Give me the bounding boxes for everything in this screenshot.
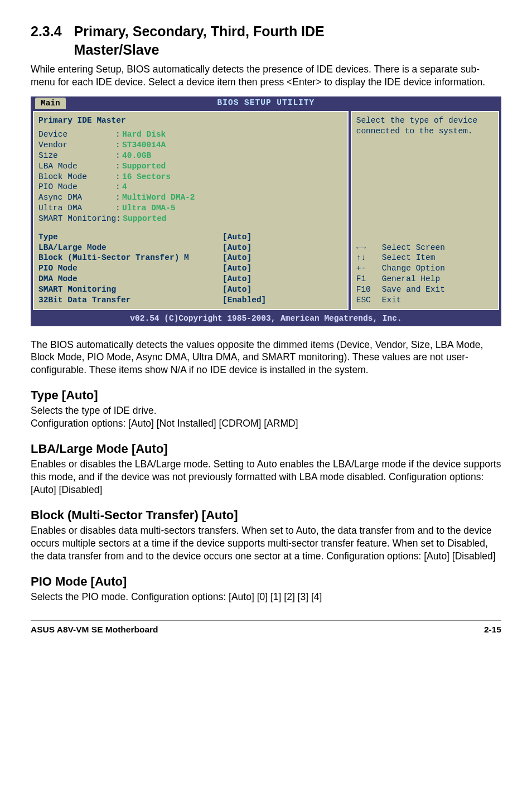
bios-panel-header: Primary IDE Master	[38, 115, 343, 126]
bios-left-panel: Primary IDE Master Device:Hard Disk Vend…	[33, 111, 349, 310]
after-bios-paragraph: The BIOS automatically detects the value…	[31, 339, 501, 376]
type-line2: Configuration options: [Auto] [Not Insta…	[31, 417, 501, 430]
bios-titlebar: Main BIOS SETUP UTILITY	[31, 96, 501, 109]
detected-row: SMART Monitoring: Supported	[38, 214, 343, 224]
bios-title: BIOS SETUP UTILITY	[72, 96, 460, 109]
detected-row: Size:40.0GB	[38, 151, 343, 161]
detected-row: Async DMA:MultiWord DMA-2	[38, 192, 343, 203]
help-key-row: ←→Select Screen	[356, 243, 494, 253]
bios-help-text: Select the type of device connected to t…	[356, 115, 494, 137]
type-line1: Selects the type of IDE drive.	[31, 404, 501, 417]
lba-heading: LBA/Large Mode [Auto]	[31, 441, 501, 457]
section-title-line2: Master/Slave	[74, 41, 325, 59]
detected-row: Device:Hard Disk	[38, 129, 343, 140]
help-key-row: F10Save and Exit	[356, 284, 494, 295]
pio-heading: PIO Mode [Auto]	[31, 574, 501, 590]
detected-row: Ultra DMA:Ultra DMA-5	[38, 203, 343, 214]
config-row[interactable]: SMART Monitoring[Auto]	[38, 284, 343, 295]
help-key-row: +-Change Option	[356, 263, 494, 274]
section-number: 2.3.4	[31, 22, 62, 59]
block-heading: Block (Multi-Sector Transfer) [Auto]	[31, 508, 501, 524]
bios-footer: v02.54 (C)Copyright 1985-2003, American …	[31, 312, 501, 326]
help-key-row: ↑↓Select Item	[356, 253, 494, 263]
type-heading: Type [Auto]	[31, 388, 501, 404]
lba-paragraph: Enables or disables the LBA/Large mode. …	[31, 458, 501, 496]
section-title-line1: Primary, Secondary, Third, Fourth IDE	[74, 22, 325, 41]
footer-product: ASUS A8V-VM SE Motherboard	[31, 624, 158, 635]
config-row[interactable]: 32Bit Data Transfer[Enabled]	[38, 295, 343, 306]
detected-row: Vendor:ST340014A	[38, 140, 343, 151]
config-row[interactable]: LBA/Large Mode[Auto]	[38, 243, 343, 253]
intro-paragraph: While entering Setup, BIOS automatically…	[31, 63, 501, 89]
help-key-row: ESCExit	[356, 295, 494, 306]
block-paragraph: Enables or disables data multi-sectors t…	[31, 524, 501, 562]
bios-window: Main BIOS SETUP UTILITY Primary IDE Mast…	[31, 96, 501, 326]
pio-paragraph: Selects the PIO mode. Configuration opti…	[31, 591, 501, 603]
footer-page-number: 2-15	[484, 624, 501, 635]
config-row[interactable]: Type[Auto]	[38, 232, 343, 243]
detected-row: PIO Mode:4	[38, 182, 343, 192]
bios-help-panel: Select the type of device connected to t…	[351, 111, 499, 310]
config-row[interactable]: DMA Mode[Auto]	[38, 274, 343, 284]
page-footer: ASUS A8V-VM SE Motherboard 2-15	[31, 620, 501, 635]
detected-row: LBA Mode:Supported	[38, 161, 343, 172]
detected-row: Block Mode:16 Sectors	[38, 172, 343, 182]
config-row[interactable]: PIO Mode[Auto]	[38, 263, 343, 274]
bios-tab-main[interactable]: Main	[35, 98, 66, 109]
config-row[interactable]: Block (Multi-Sector Transfer) M[Auto]	[38, 253, 343, 263]
help-key-row: F1General Help	[356, 274, 494, 284]
